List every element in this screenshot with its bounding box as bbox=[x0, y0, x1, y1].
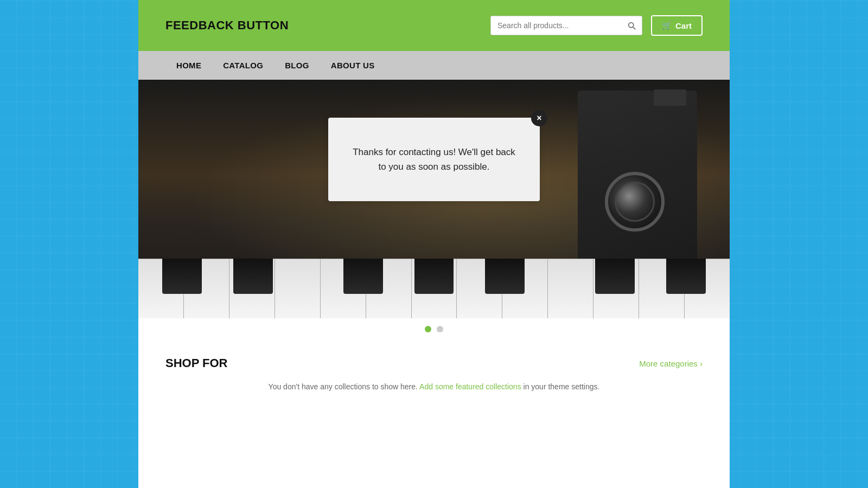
cart-button[interactable]: 🛒 Cart bbox=[651, 15, 703, 36]
page-wrapper: FEEDBACK BUTTON 🛒 Cart HOME CATALOG BLOG… bbox=[138, 0, 730, 488]
search-input[interactable] bbox=[491, 17, 621, 34]
hero-banner: × Thanks for contacting us! We'll get ba… bbox=[138, 80, 730, 318]
slider-dot-1[interactable] bbox=[425, 326, 431, 332]
search-icon bbox=[627, 21, 636, 30]
more-categories-link[interactable]: More categories › bbox=[639, 359, 703, 368]
shop-title: SHOP FOR bbox=[165, 356, 228, 370]
search-button[interactable] bbox=[621, 16, 642, 35]
collections-suffix: in your theme settings. bbox=[524, 382, 600, 391]
search-bar bbox=[490, 16, 642, 35]
camera-lens-inner bbox=[615, 182, 655, 222]
nav-item-about-us[interactable]: ABOUT US bbox=[320, 51, 386, 80]
shop-header: SHOP FOR More categories › bbox=[165, 356, 703, 370]
nav-item-blog[interactable]: BLOG bbox=[274, 51, 320, 80]
navigation: HOME CATALOG BLOG ABOUT US bbox=[138, 51, 730, 80]
slider-dot-2[interactable] bbox=[437, 326, 443, 332]
collections-note: You don't have any collections to show h… bbox=[165, 377, 703, 396]
slider-dots bbox=[138, 318, 730, 340]
shop-section: SHOP FOR More categories › You don't hav… bbox=[138, 340, 730, 407]
camera-top bbox=[654, 89, 686, 106]
nav-item-catalog[interactable]: CATALOG bbox=[212, 51, 274, 80]
cart-label: Cart bbox=[675, 21, 692, 30]
nav-item-home[interactable]: HOME bbox=[165, 51, 212, 80]
piano-white-keys bbox=[138, 259, 730, 318]
modal-message: Thanks for contacting us! We'll get back… bbox=[350, 145, 518, 174]
modal-close-button[interactable]: × bbox=[531, 110, 547, 126]
site-header: FEEDBACK BUTTON 🛒 Cart bbox=[138, 0, 730, 51]
collections-text: You don't have any collections to show h… bbox=[269, 382, 418, 391]
site-title: FEEDBACK BUTTON bbox=[165, 18, 289, 33]
feedback-modal: × Thanks for contacting us! We'll get ba… bbox=[328, 118, 540, 201]
header-right: 🛒 Cart bbox=[490, 15, 703, 36]
cart-icon: 🛒 bbox=[662, 21, 672, 30]
add-collections-link[interactable]: Add some featured collections bbox=[419, 382, 521, 391]
